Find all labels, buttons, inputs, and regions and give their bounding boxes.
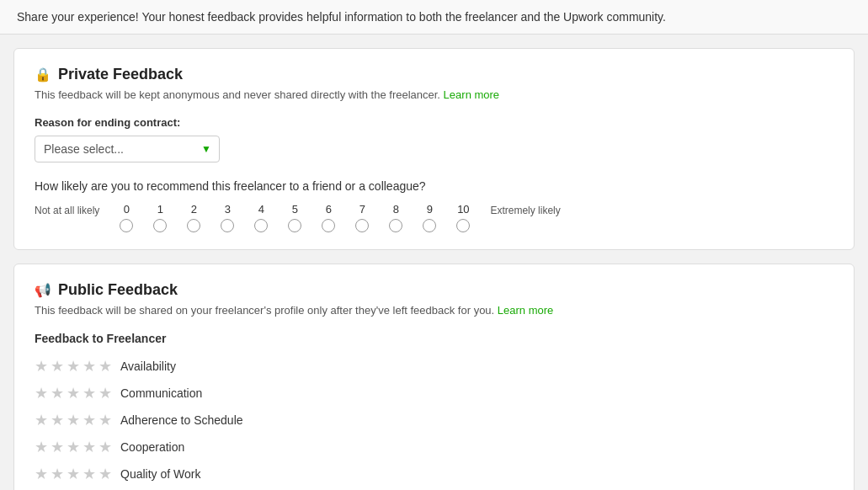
nps-numbers: 0 1 2 3 4 xyxy=(109,203,480,232)
adherence-label: Adherence to Schedule xyxy=(120,413,243,427)
nps-item-10: 10 xyxy=(446,203,480,232)
private-learn-more-link[interactable]: Learn more xyxy=(444,88,499,101)
nps-radio-1[interactable] xyxy=(153,219,167,232)
communication-star-4[interactable]: ★ xyxy=(83,384,96,402)
cooperation-star-4[interactable]: ★ xyxy=(83,438,96,456)
nps-item-9: 9 xyxy=(413,203,446,232)
adherence-star-1[interactable]: ★ xyxy=(35,411,48,429)
quality-star-1[interactable]: ★ xyxy=(35,465,48,483)
adherence-star-3[interactable]: ★ xyxy=(67,411,80,429)
quality-star-3[interactable]: ★ xyxy=(67,465,80,483)
public-feedback-subtitle: This feedback will be shared on your fre… xyxy=(35,304,833,317)
availability-label: Availability xyxy=(120,360,176,373)
communication-star-5[interactable]: ★ xyxy=(99,384,112,402)
adherence-row: ★ ★ ★ ★ ★ Adherence to Schedule xyxy=(35,411,833,429)
communication-stars[interactable]: ★ ★ ★ ★ ★ xyxy=(35,384,112,402)
nps-radio-0[interactable] xyxy=(120,219,133,232)
quality-star-2[interactable]: ★ xyxy=(51,465,64,483)
nps-radio-9[interactable] xyxy=(423,219,436,232)
adherence-stars[interactable]: ★ ★ ★ ★ ★ xyxy=(35,411,112,429)
nps-radio-3[interactable] xyxy=(221,219,234,232)
communication-star-1[interactable]: ★ xyxy=(35,384,48,402)
nps-item-6: 6 xyxy=(312,203,345,232)
private-feedback-title: 🔒 Private Feedback xyxy=(35,66,833,83)
nps-item-1: 1 xyxy=(143,203,177,232)
nps-left-label: Not at all likely xyxy=(35,203,99,216)
adherence-star-4[interactable]: ★ xyxy=(83,411,96,429)
nps-radio-10[interactable] xyxy=(456,219,470,232)
reason-label: Reason for ending contract: xyxy=(35,116,833,129)
cooperation-stars[interactable]: ★ ★ ★ ★ ★ xyxy=(35,438,112,456)
cooperation-label: Cooperation xyxy=(120,440,184,454)
nps-item-3: 3 xyxy=(210,203,244,232)
availability-row: ★ ★ ★ ★ ★ Availability xyxy=(35,357,833,375)
nps-scale: Not at all likely 0 1 2 3 xyxy=(35,203,833,232)
cooperation-star-5[interactable]: ★ xyxy=(99,438,112,456)
cooperation-star-1[interactable]: ★ xyxy=(35,438,48,456)
private-feedback-card: 🔒 Private Feedback This feedback will be… xyxy=(13,48,855,250)
nps-radio-2[interactable] xyxy=(187,219,200,232)
top-banner: Share your experience! Your honest feedb… xyxy=(0,0,868,35)
nps-section: How likely are you to recommend this fre… xyxy=(35,179,833,232)
communication-star-2[interactable]: ★ xyxy=(51,384,64,402)
feedback-to-freelancer-label: Feedback to Freelancer xyxy=(35,332,833,345)
megaphone-icon: 📢 xyxy=(35,282,51,298)
cooperation-star-2[interactable]: ★ xyxy=(51,438,64,456)
quality-star-4[interactable]: ★ xyxy=(83,465,96,483)
nps-item-7: 7 xyxy=(345,203,379,232)
nps-question: How likely are you to recommend this fre… xyxy=(35,179,833,193)
availability-star-4[interactable]: ★ xyxy=(83,357,96,375)
communication-label: Communication xyxy=(120,386,202,400)
availability-star-5[interactable]: ★ xyxy=(99,357,112,375)
public-feedback-title: 📢 Public Feedback xyxy=(35,281,833,299)
cooperation-star-3[interactable]: ★ xyxy=(67,438,80,456)
quality-star-5[interactable]: ★ xyxy=(99,465,112,483)
quality-row: ★ ★ ★ ★ ★ Quality of Work xyxy=(35,465,833,483)
nps-radio-4[interactable] xyxy=(254,219,268,232)
communication-star-3[interactable]: ★ xyxy=(67,384,80,402)
public-feedback-card: 📢 Public Feedback This feedback will be … xyxy=(13,264,855,490)
availability-star-1[interactable]: ★ xyxy=(35,357,48,375)
lock-icon: 🔒 xyxy=(35,67,51,83)
private-feedback-subtitle: This feedback will be kept anonymous and… xyxy=(35,88,833,101)
nps-item-8: 8 xyxy=(379,203,413,232)
nps-radio-7[interactable] xyxy=(355,219,369,232)
reason-select[interactable]: Please select... Job completed Hired dif… xyxy=(35,136,220,162)
nps-item-5: 5 xyxy=(278,203,312,232)
communication-row: ★ ★ ★ ★ ★ Communication xyxy=(35,384,833,402)
nps-item-0: 0 xyxy=(109,203,143,232)
nps-right-label: Extremely likely xyxy=(490,203,560,216)
reason-select-wrapper: Please select... Job completed Hired dif… xyxy=(35,136,220,162)
adherence-star-2[interactable]: ★ xyxy=(51,411,64,429)
availability-star-2[interactable]: ★ xyxy=(51,357,64,375)
nps-radio-5[interactable] xyxy=(288,219,301,232)
adherence-star-5[interactable]: ★ xyxy=(99,411,112,429)
nps-item-4: 4 xyxy=(244,203,278,232)
quality-label: Quality of Work xyxy=(120,467,200,481)
nps-radio-8[interactable] xyxy=(389,219,402,232)
public-learn-more-link[interactable]: Learn more xyxy=(498,304,553,317)
cooperation-row: ★ ★ ★ ★ ★ Cooperation xyxy=(35,438,833,456)
availability-stars[interactable]: ★ ★ ★ ★ ★ xyxy=(35,357,112,375)
nps-item-2: 2 xyxy=(177,203,210,232)
quality-stars[interactable]: ★ ★ ★ ★ ★ xyxy=(35,465,112,483)
nps-radio-6[interactable] xyxy=(322,219,335,232)
availability-star-3[interactable]: ★ xyxy=(67,357,80,375)
